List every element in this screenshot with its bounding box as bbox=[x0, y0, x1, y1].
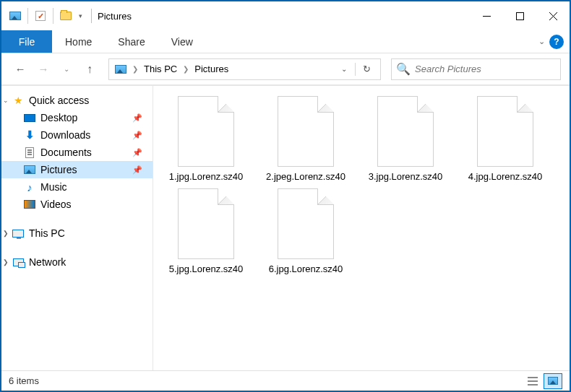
statusbar: 6 items bbox=[1, 370, 570, 391]
tab-share[interactable]: Share bbox=[105, 30, 158, 53]
view-toggles bbox=[523, 373, 562, 389]
sidebar-item-documents[interactable]: Documents 📌 bbox=[1, 144, 153, 161]
chevron-down-icon[interactable]: ⌄ bbox=[3, 97, 9, 104]
breadcrumb[interactable]: ❯ This PC ❯ Pictures ⌄ ↻ bbox=[108, 58, 381, 80]
properties-button[interactable]: ✓ bbox=[31, 6, 50, 25]
file-item[interactable]: 4.jpg.Lorenz.sz40 bbox=[460, 96, 551, 183]
pictures-icon bbox=[9, 12, 21, 20]
file-item[interactable]: 1.jpg.Lorenz.sz40 bbox=[160, 96, 252, 183]
network-group: ❯ Network bbox=[1, 253, 153, 271]
close-icon bbox=[549, 12, 557, 20]
file-name: 2.jpeg.Lorenz.sz40 bbox=[266, 171, 345, 183]
minimize-icon bbox=[483, 16, 491, 17]
check-icon: ✓ bbox=[35, 11, 46, 21]
file-item[interactable]: 3.jpg.Lorenz.sz40 bbox=[360, 96, 451, 183]
breadcrumb-this-pc[interactable]: This PC bbox=[141, 64, 180, 74]
nav-label: Music bbox=[40, 181, 67, 193]
chevron-right-icon[interactable]: ❯ bbox=[132, 65, 138, 73]
file-name: 5.jpg.Lorenz.sz40 bbox=[169, 263, 244, 275]
sidebar-item-desktop[interactable]: Desktop 📌 bbox=[1, 109, 153, 126]
titlebar: ✓ ▾ Pictures bbox=[1, 1, 570, 30]
files-grid: 1.jpg.Lorenz.sz40 2.jpeg.Lorenz.sz40 3.j… bbox=[160, 96, 562, 276]
separator bbox=[91, 9, 92, 23]
svg-rect-5 bbox=[528, 380, 538, 382]
help-button[interactable]: ? bbox=[549, 35, 564, 49]
documents-icon bbox=[25, 147, 34, 158]
pin-icon: 📌 bbox=[132, 148, 142, 157]
file-name: 6.jpg.Lorenz.sz40 bbox=[269, 263, 343, 275]
file-icon bbox=[178, 96, 234, 167]
music-icon: ♪ bbox=[23, 180, 36, 193]
pc-icon bbox=[12, 230, 24, 238]
sidebar-item-downloads[interactable]: ⬇ Downloads 📌 bbox=[1, 126, 153, 144]
pictures-icon bbox=[115, 65, 126, 74]
svg-rect-4 bbox=[528, 377, 538, 378]
recent-dropdown[interactable]: ⌄ bbox=[56, 59, 77, 79]
nav-label: Network bbox=[29, 256, 66, 268]
nav-label: Downloads bbox=[40, 129, 90, 141]
item-count: 6 items bbox=[9, 375, 39, 386]
content-pane[interactable]: 1.jpg.Lorenz.sz40 2.jpeg.Lorenz.sz40 3.j… bbox=[153, 86, 570, 370]
window-controls bbox=[470, 1, 570, 30]
ribbon-expand-icon[interactable]: ⌄ bbox=[538, 37, 545, 46]
file-name: 3.jpg.Lorenz.sz40 bbox=[369, 171, 443, 183]
breadcrumb-dropdown[interactable]: ⌄ bbox=[333, 59, 355, 79]
tab-home[interactable]: Home bbox=[52, 30, 105, 53]
star-icon: ★ bbox=[12, 94, 25, 107]
app-icon[interactable] bbox=[6, 6, 25, 25]
thumbnails-view-button[interactable] bbox=[544, 373, 562, 389]
chevron-right-icon[interactable]: ❯ bbox=[183, 65, 189, 73]
body: ⌄ ★ Quick access Desktop 📌 ⬇ Downloads 📌… bbox=[1, 85, 570, 370]
qat-dropdown[interactable]: ▾ bbox=[75, 6, 85, 25]
nav-label: Documents bbox=[40, 147, 92, 158]
up-button[interactable]: ↑ bbox=[80, 59, 100, 79]
file-item[interactable]: 5.jpg.Lorenz.sz40 bbox=[160, 188, 252, 275]
svg-rect-0 bbox=[483, 16, 491, 17]
window-title: Pictures bbox=[98, 11, 132, 22]
file-item[interactable]: 6.jpg.Lorenz.sz40 bbox=[260, 188, 351, 275]
folder-icon bbox=[60, 12, 72, 20]
pictures-icon bbox=[24, 165, 35, 174]
back-button[interactable]: ← bbox=[10, 59, 30, 79]
sidebar-item-music[interactable]: ♪ Music bbox=[1, 178, 153, 196]
sidebar-item-pictures[interactable]: Pictures 📌 bbox=[1, 161, 153, 178]
file-item[interactable]: 2.jpeg.Lorenz.sz40 bbox=[260, 96, 351, 183]
thumbnails-icon bbox=[548, 377, 558, 385]
file-icon bbox=[178, 188, 234, 259]
close-button[interactable] bbox=[536, 1, 570, 30]
breadcrumb-root[interactable] bbox=[112, 65, 129, 74]
nav-label: Desktop bbox=[40, 112, 77, 123]
refresh-button[interactable]: ↻ bbox=[356, 59, 377, 79]
videos-icon bbox=[24, 200, 35, 209]
downloads-icon: ⬇ bbox=[23, 129, 36, 141]
file-name: 1.jpg.Lorenz.sz40 bbox=[169, 171, 244, 183]
sidebar-item-videos[interactable]: Videos bbox=[1, 196, 153, 213]
new-folder-button[interactable] bbox=[56, 6, 75, 25]
quick-access-group: ⌄ ★ Quick access Desktop 📌 ⬇ Downloads 📌… bbox=[1, 92, 153, 213]
pin-icon: 📌 bbox=[132, 113, 142, 123]
separator bbox=[27, 8, 28, 24]
chevron-right-icon[interactable]: ❯ bbox=[3, 258, 9, 266]
minimize-button[interactable] bbox=[470, 1, 503, 30]
svg-rect-6 bbox=[528, 384, 538, 386]
sidebar-item-this-pc[interactable]: ❯ This PC bbox=[1, 225, 153, 242]
file-icon bbox=[278, 96, 334, 167]
nav-label: This PC bbox=[29, 227, 65, 239]
search-box[interactable]: 🔍 bbox=[391, 58, 561, 80]
chevron-right-icon[interactable]: ❯ bbox=[3, 230, 9, 237]
pin-icon: 📌 bbox=[132, 131, 142, 140]
quick-access[interactable]: ⌄ ★ Quick access bbox=[1, 92, 153, 109]
tab-view[interactable]: View bbox=[158, 30, 206, 53]
sidebar-item-network[interactable]: ❯ Network bbox=[1, 253, 153, 271]
search-input[interactable] bbox=[415, 64, 556, 74]
this-pc-group: ❯ This PC bbox=[1, 225, 153, 242]
separator bbox=[53, 8, 53, 24]
breadcrumb-label: This PC bbox=[144, 64, 177, 74]
file-tab[interactable]: File bbox=[1, 30, 52, 53]
breadcrumb-pictures[interactable]: Pictures bbox=[192, 64, 231, 74]
forward-button[interactable]: → bbox=[33, 59, 53, 79]
details-view-button[interactable] bbox=[523, 373, 542, 389]
maximize-button[interactable] bbox=[503, 1, 536, 30]
network-icon bbox=[13, 258, 24, 266]
navigation-row: ← → ⌄ ↑ ❯ This PC ❯ Pictures ⌄ ↻ 🔍 bbox=[1, 53, 570, 85]
